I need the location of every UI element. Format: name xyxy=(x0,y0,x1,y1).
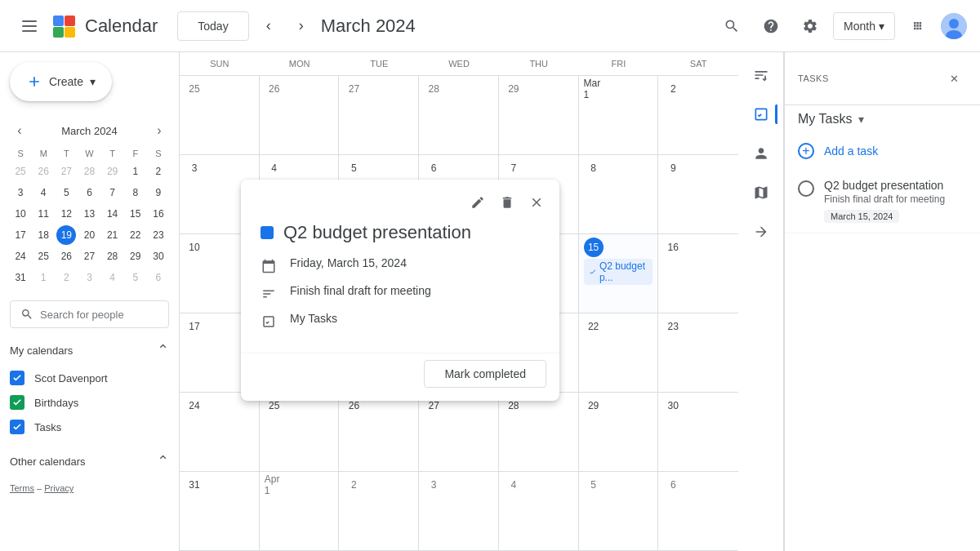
cal-cell[interactable]: 22 xyxy=(579,313,659,393)
today-button[interactable]: Today xyxy=(177,11,248,41)
cal-cell[interactable]: 30 xyxy=(658,393,738,472)
day-num[interactable]: 23 xyxy=(663,317,683,336)
day-num[interactable]: 26 xyxy=(265,79,284,99)
day-num[interactable]: 4 xyxy=(504,475,523,495)
birthdays-checkbox[interactable] xyxy=(10,395,24,410)
mini-cal-day[interactable]: 25 xyxy=(33,247,53,266)
day-num[interactable]: Apr 1 xyxy=(265,475,284,495)
today-day-num[interactable]: 15 xyxy=(584,238,604,257)
cal-cell[interactable]: 29 xyxy=(579,393,659,472)
cal-cell[interactable]: 15 Q2 budget p... xyxy=(579,234,659,313)
mini-cal-day[interactable]: 25 xyxy=(11,162,30,181)
scot-calendar-checkbox[interactable] xyxy=(10,371,24,385)
cal-cell[interactable]: 23 xyxy=(658,313,738,393)
mini-cal-day[interactable]: 11 xyxy=(33,204,53,224)
mini-cal-day[interactable]: 14 xyxy=(103,204,122,224)
task-item[interactable]: Q2 budget presentation Finish final draf… xyxy=(785,169,980,233)
cal-cell[interactable]: 25 xyxy=(260,393,340,472)
cal-cell[interactable]: 26 xyxy=(339,393,419,472)
task-radio[interactable] xyxy=(798,180,814,197)
cal-cell[interactable]: 25 xyxy=(180,76,260,155)
mini-cal-day[interactable]: 13 xyxy=(79,204,99,224)
cal-cell[interactable]: 16 xyxy=(658,234,738,313)
mini-cal-day[interactable]: 28 xyxy=(103,247,122,266)
mini-cal-day[interactable]: 4 xyxy=(103,268,122,287)
mini-cal-day[interactable]: 2 xyxy=(149,162,168,181)
avatar[interactable] xyxy=(941,13,967,39)
day-num[interactable]: 16 xyxy=(663,238,683,257)
cal-cell[interactable]: 28 xyxy=(499,393,579,472)
mini-cal-day[interactable]: 2 xyxy=(56,268,76,287)
cal-cell[interactable]: 26 xyxy=(260,76,340,155)
side-tasks-icon[interactable] xyxy=(745,59,777,91)
mini-cal-day[interactable]: 30 xyxy=(149,247,168,266)
next-month-button[interactable]: › xyxy=(288,13,314,39)
cal-cell[interactable]: 5 xyxy=(579,472,659,551)
mini-cal-day[interactable]: 6 xyxy=(79,183,99,202)
search-button[interactable] xyxy=(715,10,748,42)
cal-cell[interactable]: 8 xyxy=(579,155,659,234)
my-calendars-header[interactable]: My calendars ⌃ xyxy=(0,335,179,366)
mini-cal-day[interactable]: 28 xyxy=(79,162,99,181)
mini-cal-day[interactable]: 22 xyxy=(126,225,145,245)
cal-cell[interactable]: 27 xyxy=(419,393,499,472)
tasks-panel-close-button[interactable]: ✕ xyxy=(941,65,967,91)
day-num[interactable]: 2 xyxy=(663,79,683,99)
day-num[interactable]: 17 xyxy=(185,317,204,336)
cal-cell[interactable]: 29 xyxy=(499,76,579,155)
cal-cell[interactable]: 24 xyxy=(180,393,260,472)
mini-cal-day[interactable]: 3 xyxy=(11,183,30,202)
task-event[interactable]: Q2 budget p... xyxy=(584,259,653,285)
view-selector[interactable]: Month ▾ xyxy=(833,12,895,40)
mini-cal-day[interactable]: 29 xyxy=(126,247,145,266)
mark-completed-button[interactable]: Mark completed xyxy=(424,360,546,388)
day-num[interactable]: 5 xyxy=(584,475,604,495)
cal-cell[interactable]: 27 xyxy=(339,76,419,155)
cal-cell[interactable]: 31 xyxy=(180,472,260,551)
other-calendars-header[interactable]: Other calendars ⌃ xyxy=(0,446,179,477)
mini-cal-day[interactable]: 27 xyxy=(79,247,99,266)
mini-cal-day[interactable]: 24 xyxy=(11,247,30,266)
mini-cal-day[interactable]: 5 xyxy=(126,268,145,287)
mini-cal-day[interactable]: 1 xyxy=(33,268,53,287)
mini-cal-day[interactable]: 23 xyxy=(149,225,168,245)
day-num[interactable]: 4 xyxy=(265,158,284,178)
mini-cal-day[interactable]: 7 xyxy=(103,183,122,202)
mini-cal-day[interactable]: 4 xyxy=(33,183,53,202)
mini-cal-prev[interactable]: ‹ xyxy=(10,121,29,140)
tasks-checkbox[interactable] xyxy=(10,420,24,434)
day-num[interactable]: 6 xyxy=(424,158,443,178)
mini-cal-day[interactable]: 10 xyxy=(11,204,30,224)
mini-cal-day[interactable]: 26 xyxy=(56,247,76,266)
mini-cal-day[interactable]: 26 xyxy=(33,162,53,181)
search-people[interactable]: Search for people xyxy=(10,300,169,328)
mini-cal-day[interactable]: 5 xyxy=(56,183,76,202)
day-num[interactable]: 31 xyxy=(185,475,204,495)
side-maps-icon[interactable] xyxy=(745,176,777,209)
popup-edit-button[interactable] xyxy=(465,189,491,216)
mini-cal-day[interactable]: 1 xyxy=(126,162,145,181)
mini-cal-day[interactable]: 6 xyxy=(149,268,168,287)
mini-cal-day[interactable]: 3 xyxy=(79,268,99,287)
help-button[interactable] xyxy=(755,10,787,42)
side-expand-icon[interactable] xyxy=(745,216,777,248)
cal-cell[interactable]: 6 xyxy=(658,472,738,551)
cal-cell[interactable]: 28 xyxy=(419,76,499,155)
side-checklist-icon[interactable] xyxy=(745,98,777,131)
calendar-item-birthdays[interactable]: Birthdays xyxy=(0,390,179,415)
mini-cal-next[interactable]: › xyxy=(149,121,169,140)
mini-cal-day[interactable]: 31 xyxy=(11,268,30,287)
cal-cell[interactable]: 3 xyxy=(419,472,499,551)
create-button[interactable]: Create ▾ xyxy=(10,62,112,101)
day-num[interactable]: Mar 1 xyxy=(584,79,604,99)
day-num[interactable]: 10 xyxy=(185,238,204,257)
day-num[interactable]: 29 xyxy=(584,396,604,415)
mini-cal-day[interactable]: 21 xyxy=(103,225,122,245)
cal-cell[interactable]: 4 xyxy=(499,472,579,551)
mini-cal-day[interactable]: 29 xyxy=(103,162,122,181)
day-num[interactable]: 9 xyxy=(663,158,683,178)
day-num[interactable]: 8 xyxy=(584,158,604,178)
mini-cal-today[interactable]: 19 xyxy=(56,225,76,245)
apps-button[interactable] xyxy=(902,10,934,42)
side-contacts-icon[interactable] xyxy=(745,137,777,170)
